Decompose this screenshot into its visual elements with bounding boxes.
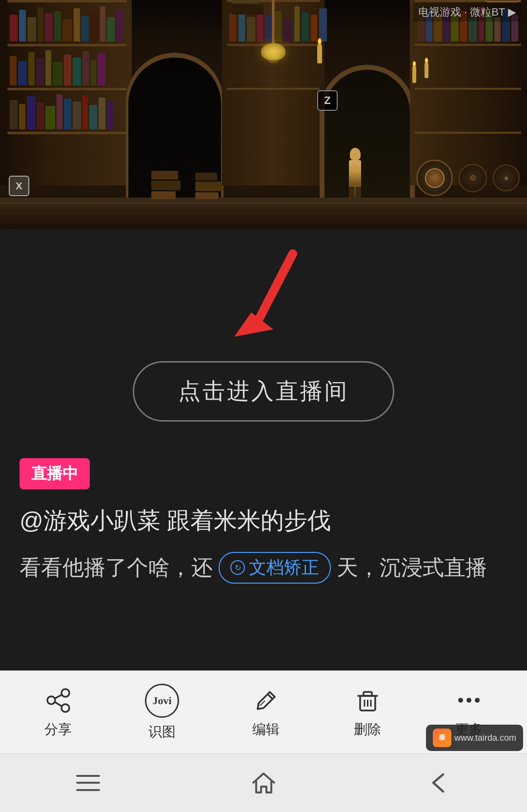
toolbar-item-share[interactable]: 分享 xyxy=(43,686,73,739)
svg-line-3 xyxy=(55,695,61,698)
book xyxy=(73,102,81,129)
r-shelf-3 xyxy=(415,88,522,90)
shelf-right-bg xyxy=(410,0,527,185)
library-scene: Z X ⚙ ● 电视游戏 · 微粒BT ▶ xyxy=(0,0,527,229)
shelf-plank-2 xyxy=(7,44,127,46)
floor-books-left xyxy=(151,171,181,199)
z-key-indicator: Z xyxy=(317,90,338,111)
edit-svg xyxy=(253,687,280,714)
shelf-side-right xyxy=(521,0,527,185)
book xyxy=(64,55,71,85)
book xyxy=(45,106,55,129)
shelf-side-left xyxy=(0,0,6,185)
shelf-plank-3 xyxy=(7,88,127,90)
doc-correct-icon: ↻ xyxy=(230,560,245,575)
share-icon xyxy=(43,686,73,715)
flame-3 xyxy=(425,58,428,63)
toolbar-item-jovi[interactable]: Jovi 识图 xyxy=(145,684,179,741)
svg-point-2 xyxy=(47,696,55,704)
floor-book xyxy=(195,182,222,191)
delete-label: 删除 xyxy=(354,720,381,739)
book xyxy=(62,20,72,41)
overlay-text: 电视游戏 · 微粒BT ▶ xyxy=(418,6,516,18)
svg-line-6 xyxy=(258,703,259,709)
book xyxy=(45,50,51,85)
book xyxy=(275,11,282,41)
hud-icon-inner xyxy=(425,168,445,188)
shelf-left-bg xyxy=(0,0,132,185)
arrow-svg xyxy=(210,244,317,356)
z-key-label: Z xyxy=(324,94,330,107)
book xyxy=(45,13,53,41)
books-row-3 xyxy=(10,93,113,129)
book xyxy=(28,52,35,85)
page-layout: Z X ⚙ ● 电视游戏 · 微粒BT ▶ xyxy=(0,0,527,812)
live-badge: 直播中 xyxy=(20,458,90,489)
floor-line-2 xyxy=(0,212,527,213)
toolbar-item-delete[interactable]: 删除 xyxy=(353,686,382,739)
book-stacked xyxy=(232,5,264,15)
stacked-books-top xyxy=(232,0,264,15)
shelf-plank-1 xyxy=(7,0,127,2)
game-area: Z X ⚙ ● 电视游戏 · 微粒BT ▶ xyxy=(0,0,527,229)
nav-back-button[interactable] xyxy=(420,769,459,798)
floor-book xyxy=(195,192,219,199)
candle-3 xyxy=(425,62,428,78)
book xyxy=(294,6,300,41)
flame-2 xyxy=(413,61,416,67)
svg-point-0 xyxy=(61,689,69,697)
nav-menu-button[interactable] xyxy=(68,769,107,798)
shelf-plank-4 xyxy=(7,132,127,134)
book xyxy=(18,61,27,85)
book xyxy=(27,17,36,41)
book xyxy=(99,98,105,129)
enter-livestream-button[interactable]: 点击进入直播间 xyxy=(133,361,394,422)
hud-icons: ⚙ ● xyxy=(416,160,520,196)
svg-rect-10 xyxy=(364,692,372,696)
toolbar-item-edit[interactable]: 编辑 xyxy=(251,686,281,739)
character xyxy=(339,141,371,199)
hud-icon-2[interactable]: ⚙ xyxy=(459,164,487,192)
live-title: @游戏小趴菜 跟着米米的步伐 xyxy=(20,504,507,537)
book xyxy=(82,95,88,129)
x-button[interactable]: X xyxy=(9,176,29,196)
book xyxy=(57,94,62,129)
book xyxy=(64,99,71,129)
edit-icon xyxy=(251,686,281,715)
book xyxy=(100,6,105,41)
arrow-head xyxy=(234,312,273,337)
book xyxy=(37,102,44,129)
content-area: 点击进入直播间 直播中 @游戏小趴菜 跟着米米的步伐 看看他播了个啥，还 ↻ 文… xyxy=(0,229,527,812)
svg-point-1 xyxy=(61,704,69,712)
menu-icon xyxy=(75,772,101,794)
lamp-chain xyxy=(272,0,275,44)
floor-book xyxy=(151,191,176,199)
hud-icon-3[interactable]: ● xyxy=(493,164,520,191)
arrow-container xyxy=(0,229,527,356)
character-head xyxy=(350,148,361,160)
book xyxy=(82,51,89,85)
book xyxy=(247,17,255,41)
book xyxy=(107,17,115,41)
candle-2 xyxy=(412,66,416,83)
floor xyxy=(0,198,527,229)
book xyxy=(10,15,18,41)
home-icon xyxy=(250,770,277,796)
spacer xyxy=(0,598,527,637)
svg-point-14 xyxy=(458,698,463,703)
books-row-1 xyxy=(10,5,123,41)
doc-correct-button[interactable]: ↻ 文档矫正 xyxy=(219,552,331,584)
live-badge-container: 直播中 xyxy=(0,446,527,499)
watermark: 泰 www.tairda.com xyxy=(426,725,523,751)
svg-line-4 xyxy=(55,702,61,706)
book xyxy=(19,104,25,129)
book xyxy=(36,59,44,85)
books-row-2 xyxy=(10,49,105,85)
nav-home-button[interactable] xyxy=(244,769,283,798)
book xyxy=(54,11,61,41)
book xyxy=(38,7,43,41)
candle-1 xyxy=(317,44,322,63)
book xyxy=(302,12,309,41)
hud-icon-main[interactable] xyxy=(416,160,453,196)
hud-icon-2-inner: ⚙ xyxy=(460,165,486,191)
